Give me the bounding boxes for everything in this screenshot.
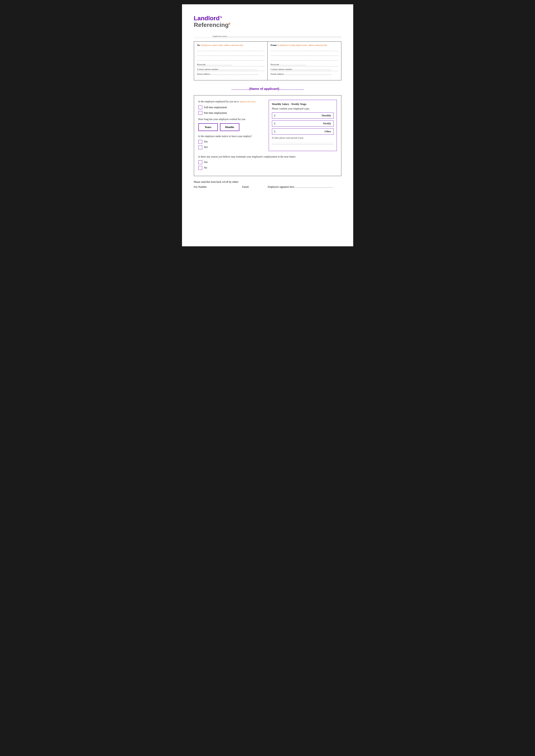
months-box[interactable]: Months	[220, 123, 239, 131]
to-box-header: To: (Employers contact name, address and…	[197, 44, 265, 46]
to-dot-line-1	[197, 48, 265, 51]
to-email: Email address ……………………………………………………	[197, 73, 265, 76]
notice-yes-row: Yes	[198, 140, 265, 144]
from-email: Email address ……………………………………………………	[270, 73, 338, 76]
notice-no-label: NO	[204, 146, 208, 149]
bottom-section: Please send this form back ASAP by eithe…	[194, 180, 341, 189]
fax-email-row: Fax Number Email: Employers signature he…	[194, 185, 341, 189]
monthly-period: Monthly	[322, 114, 331, 117]
other-period: Other	[324, 130, 331, 133]
to-postcode: Postcode ……………………………	[197, 63, 265, 67]
logo-super1: 's	[219, 15, 222, 19]
form-two-col: Is the employee employed by you on a: (p…	[198, 100, 337, 151]
to-from-row: To: (Employers contact name, address and…	[194, 41, 341, 80]
other-period-line: ……………………………………………………………………	[272, 140, 334, 145]
other-pound: £	[274, 130, 276, 133]
to-box: To: (Employers contact name, address and…	[194, 41, 268, 80]
monthly-pound: £	[274, 114, 276, 117]
to-dot-line-2	[197, 53, 265, 56]
email-label: Email:	[242, 185, 259, 189]
applicant-name-dots: ……………………………………………………………………………………………………………	[227, 35, 341, 37]
logo-line2: Referencing8	[194, 22, 341, 28]
logo-line1: Landlord's	[194, 15, 341, 22]
terminate-question: Is there any reason you believe may term…	[198, 155, 337, 159]
full-time-row: Full time employment	[198, 105, 265, 109]
logo-area: Landlord's Referencing8	[194, 15, 341, 28]
from-dot-line-3	[270, 58, 338, 61]
main-form-box: Is the employee employed by you on a: (p…	[194, 95, 341, 176]
from-box: From: (Landlord or Letting Agents name, …	[268, 41, 341, 80]
terminate-yes-row: Yes	[198, 160, 337, 164]
if-other-text: If other please state period of pay	[272, 136, 334, 139]
other-salary-row: £ Other	[272, 128, 334, 135]
part-time-checkbox[interactable]	[198, 111, 202, 115]
please-tick-note: (please tick box)	[239, 100, 255, 103]
from-phone: Contact phone number …………………………………………	[270, 68, 338, 71]
applicant-name-line: (Applicants name)………………………………………………………………	[194, 35, 341, 38]
how-long-question: How long has your employee worked for yo…	[198, 118, 265, 121]
part-time-label: Part time employment	[204, 111, 227, 115]
employment-question: Is the employee employed by you on a: (p…	[198, 100, 265, 103]
salary-title: Monthly Salary - Weekly Wage.	[272, 103, 334, 106]
form-left: Is the employee employed by you on a: (p…	[198, 100, 265, 151]
from-dot-line-1	[270, 48, 338, 51]
years-box[interactable]: Years	[198, 123, 218, 131]
sig-line-label: Employers signature here………………………………………	[268, 185, 333, 189]
notice-no-checkbox[interactable]	[198, 146, 202, 149]
terminate-yes-label: Yes	[204, 161, 208, 164]
full-time-checkbox[interactable]	[198, 105, 202, 109]
notice-yes-checkbox[interactable]	[198, 140, 202, 144]
full-time-label: Full time employment	[204, 106, 227, 109]
applicant-name-label: (Applicants name)	[212, 35, 227, 37]
monthly-salary-row: £ Monthly	[272, 113, 334, 119]
terminate-no-row: No	[198, 166, 337, 170]
to-phone: Contact phone number …………………………………………	[197, 68, 265, 71]
terminate-yes-checkbox[interactable]	[198, 160, 202, 164]
to-box-desc: (Employers contact name, address and pos…	[201, 44, 243, 46]
terminate-no-label: No	[204, 166, 207, 169]
from-box-header: From: (Landlord or Letting Agents name, …	[270, 44, 338, 46]
fax-label: Fax Number	[194, 185, 217, 189]
send-back-text: Please send this form back ASAP by eithe…	[194, 180, 341, 184]
terminate-no-checkbox[interactable]	[198, 166, 202, 170]
weekly-salary-row: £ Weekly	[272, 121, 334, 127]
applicant-name-center: ……………..(Name of applicant)…………………..	[194, 87, 341, 91]
notice-question: Is the employee under notice to leave yo…	[198, 134, 265, 138]
salary-confirm: Please confirm your employee's pay.	[272, 107, 334, 110]
from-dot-line-2	[270, 53, 338, 56]
to-dot-line-3	[197, 58, 265, 61]
notice-yes-label: Yes	[204, 140, 208, 143]
years-months-row: Years Months	[198, 123, 265, 131]
weekly-pound: £	[274, 122, 276, 125]
logo-super2: 8	[229, 22, 230, 25]
from-box-desc: (Landlord or Letting Agents name, addres…	[277, 44, 327, 46]
salary-box: Monthly Salary - Weekly Wage. Please con…	[269, 100, 337, 151]
page: Landlord's Referencing8 (Applicants name…	[182, 4, 353, 246]
other-dots: ……………………………………………………………………	[272, 141, 334, 144]
from-postcode: Postcode ……………………………	[270, 63, 338, 67]
part-time-row: Part time employment	[198, 111, 265, 115]
weekly-period: Weekly	[323, 122, 331, 125]
notice-no-row: NO	[198, 146, 265, 149]
